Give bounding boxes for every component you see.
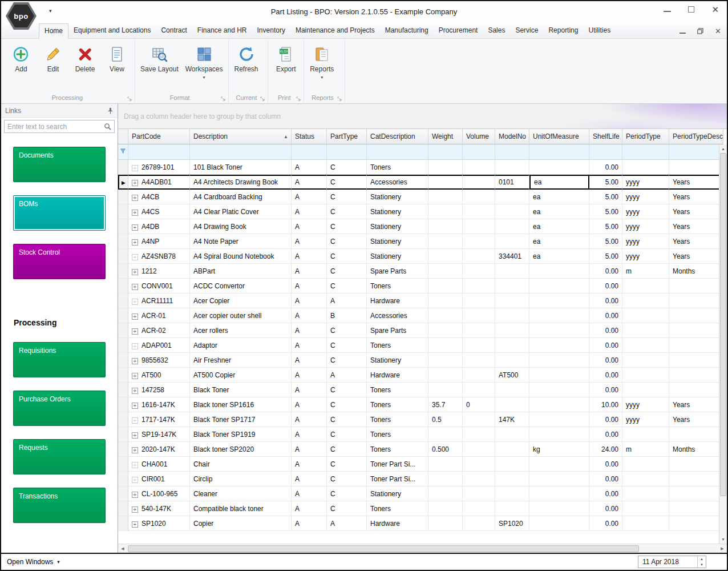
cell-periodtype[interactable]: yyyy: [622, 204, 669, 219]
expand-icon[interactable]: +: [132, 462, 138, 468]
cell-unitofmeasure[interactable]: ea: [529, 204, 589, 219]
cell-shelflife[interactable]: 0.00: [589, 323, 622, 338]
cell-status[interactable]: A: [292, 204, 327, 219]
filter-cell-periodtypedesc[interactable]: [669, 144, 723, 160]
cell-periodtype[interactable]: [622, 279, 669, 293]
expand-icon[interactable]: +: [132, 269, 138, 275]
date-value[interactable]: 11 Apr 2018: [638, 556, 697, 568]
cell-catdescription[interactable]: Stationery: [367, 204, 428, 219]
mdi-minimize-button[interactable]: [680, 29, 686, 34]
cell-volume[interactable]: [463, 264, 495, 279]
cell-unitofmeasure[interactable]: [529, 457, 589, 472]
row-indicator-cell[interactable]: [118, 279, 128, 293]
cell-unitofmeasure[interactable]: [529, 338, 589, 353]
expand-icon[interactable]: +: [132, 195, 138, 201]
column-header-shelflife[interactable]: ShelfLife: [589, 129, 622, 144]
cell-parttype[interactable]: C: [327, 234, 367, 249]
cell-periodtypedesc[interactable]: [669, 383, 723, 397]
cell-catdescription[interactable]: Stationery: [367, 249, 428, 264]
cell-shelflife[interactable]: 10.00: [589, 397, 622, 412]
row-indicator-cell[interactable]: [118, 219, 128, 234]
row-indicator-cell[interactable]: [118, 308, 128, 323]
cell-periodtype[interactable]: yyyy: [622, 412, 669, 427]
cell-parttype[interactable]: C: [327, 204, 367, 219]
cell-periodtype[interactable]: [622, 293, 669, 308]
row-indicator-cell[interactable]: [118, 323, 128, 338]
tab-maintenance-and-projects[interactable]: Maintenance and Projects: [290, 23, 380, 38]
cell-catdescription[interactable]: Hardware: [367, 368, 428, 383]
save-layout-button[interactable]: Save Layout: [137, 42, 182, 74]
cell-periodtype[interactable]: [622, 338, 669, 353]
close-button[interactable]: ✕: [711, 6, 719, 13]
delete-button[interactable]: Delete: [69, 42, 101, 74]
cell-status[interactable]: A: [292, 323, 327, 338]
cell-periodtypedesc[interactable]: [669, 472, 723, 486]
cell-modelno[interactable]: 147K: [495, 412, 529, 427]
row-indicator-cell[interactable]: [118, 383, 128, 397]
cell-partcode[interactable]: +2020-147K: [128, 442, 190, 457]
cell-modelno[interactable]: [495, 323, 529, 338]
cell-shelflife[interactable]: 0.00: [589, 160, 622, 175]
row-indicator-cell[interactable]: [118, 457, 128, 472]
cell-weight[interactable]: [428, 204, 463, 219]
cell-description[interactable]: Copier: [190, 516, 292, 531]
cell-periodtype[interactable]: [622, 323, 669, 338]
column-header-status[interactable]: Status: [292, 129, 327, 144]
cell-volume[interactable]: [463, 234, 495, 249]
cell-volume[interactable]: [463, 368, 495, 383]
cell-parttype[interactable]: C: [327, 338, 367, 353]
cell-status[interactable]: A: [292, 338, 327, 353]
cell-periodtype[interactable]: yyyy: [622, 234, 669, 249]
cell-status[interactable]: A: [292, 442, 327, 457]
cell-catdescription[interactable]: Toners: [367, 501, 428, 516]
cell-description[interactable]: A4 Architects Drawing Book: [190, 175, 292, 190]
cell-partcode[interactable]: +AT500: [128, 368, 190, 383]
cell-periodtype[interactable]: [622, 383, 669, 397]
expand-icon[interactable]: +: [132, 388, 138, 394]
expand-icon[interactable]: +: [132, 477, 138, 483]
cell-periodtype[interactable]: [622, 516, 669, 531]
row-indicator-cell[interactable]: [118, 368, 128, 383]
workspaces-button[interactable]: Workspaces▾: [182, 42, 227, 81]
expand-icon[interactable]: +: [132, 506, 138, 513]
vertical-scroll-thumb[interactable]: [720, 153, 726, 496]
cell-parttype[interactable]: C: [327, 427, 367, 442]
tab-reporting[interactable]: Reporting: [543, 23, 583, 38]
tab-procurement[interactable]: Procurement: [434, 23, 483, 38]
cell-description[interactable]: Air Freshner: [190, 353, 292, 368]
cell-parttype[interactable]: C: [327, 249, 367, 264]
cell-modelno[interactable]: [495, 160, 529, 175]
cell-parttype[interactable]: C: [327, 264, 367, 279]
cell-volume[interactable]: [463, 293, 495, 308]
cell-periodtype[interactable]: yyyy: [622, 397, 669, 412]
filter-cell-periodtype[interactable]: [622, 144, 669, 160]
scroll-down-icon[interactable]: ▼: [719, 535, 727, 544]
sidebar-item-stock-control[interactable]: Stock Control: [13, 244, 106, 279]
cell-periodtypedesc[interactable]: [669, 323, 723, 338]
column-header-description[interactable]: Description▲: [190, 129, 292, 144]
cell-modelno[interactable]: [495, 190, 529, 204]
cell-parttype[interactable]: C: [327, 175, 367, 190]
tab-service[interactable]: Service: [510, 23, 543, 38]
column-header-periodtypedesc[interactable]: PeriodTypeDesc: [669, 129, 723, 144]
horizontal-scroll-thumb[interactable]: [128, 545, 639, 552]
cell-modelno[interactable]: [495, 353, 529, 368]
cell-description[interactable]: AT500 Copier: [190, 368, 292, 383]
cell-weight[interactable]: [428, 353, 463, 368]
cell-periodtypedesc[interactable]: [669, 279, 723, 293]
cell-catdescription[interactable]: Toners: [367, 383, 428, 397]
cell-volume[interactable]: [463, 160, 495, 175]
cell-modelno[interactable]: [495, 204, 529, 219]
cell-modelno[interactable]: [495, 338, 529, 353]
cell-status[interactable]: A: [292, 368, 327, 383]
cell-unitofmeasure[interactable]: [529, 293, 589, 308]
cell-periodtypedesc[interactable]: Years: [669, 190, 723, 204]
spinner-up-icon[interactable]: ▲: [698, 556, 706, 562]
scroll-left-icon[interactable]: ◀: [118, 544, 127, 553]
tab-sales[interactable]: Sales: [483, 23, 510, 38]
group-by-bar[interactable]: Drag a column header here to group by th…: [118, 104, 727, 129]
cell-modelno[interactable]: AT500: [495, 368, 529, 383]
expand-icon[interactable]: +: [132, 284, 138, 290]
cell-shelflife[interactable]: 0.00: [589, 472, 622, 486]
cell-periodtype[interactable]: [622, 368, 669, 383]
